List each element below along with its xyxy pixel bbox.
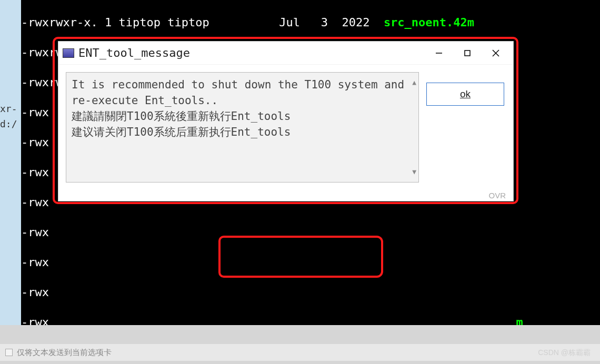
app-icon [63,48,74,58]
message-textarea[interactable]: ▲ It is recommended to shut down the T10… [66,72,419,183]
status-bar-label: 仅将文本发送到当前选项卡 [17,348,112,358]
ok-button-label: ok [460,88,471,100]
sidebar-panel: xr- d:/ [0,0,21,325]
msg-line-3: 建议请关闭T100系统后重新执行Ent_tools [72,124,413,140]
dialog-title-text: ENT_tool_message [78,46,424,59]
watermark: CSDN @栋霸霸 [538,348,591,358]
svg-rect-1 [465,50,470,56]
fragment-b: d:/ [0,118,17,129]
status-ovr: OVR [488,191,506,200]
msg-line-1: It is recommended to shut down the T100 … [72,77,413,108]
dialog-titlebar[interactable]: ENT_tool_message [58,42,513,65]
ls-row: -rwx [21,285,600,300]
ls-row: -rwxrwxr-x. 1 tiptop tiptop Jul 3 2022 s… [21,15,600,31]
ls-row: -rwx m [21,315,600,326]
msg-line-2: 建議請關閉T100系統後重新執行Ent_tools [72,108,413,124]
ent-tool-message-dialog: ENT_tool_message ▲ It is recommended to … [58,41,514,201]
fragment-a: xr- [0,103,17,114]
maximize-button[interactable] [454,45,481,62]
close-button[interactable] [483,45,509,62]
ls-row: -rwx [21,255,600,270]
ls-row: -rwx [21,225,600,240]
dialog-body: ▲ It is recommended to shut down the T10… [58,65,513,190]
ok-button[interactable]: ok [426,83,504,106]
minimize-button[interactable] [426,45,452,62]
status-bar: 仅将文本发送到当前选项卡 [0,344,600,361]
send-text-checkbox[interactable] [5,349,13,356]
scroll-up-icon[interactable]: ▲ [412,75,416,90]
button-area: ok [419,72,506,183]
scroll-down-icon[interactable]: ▼ [412,164,416,180]
